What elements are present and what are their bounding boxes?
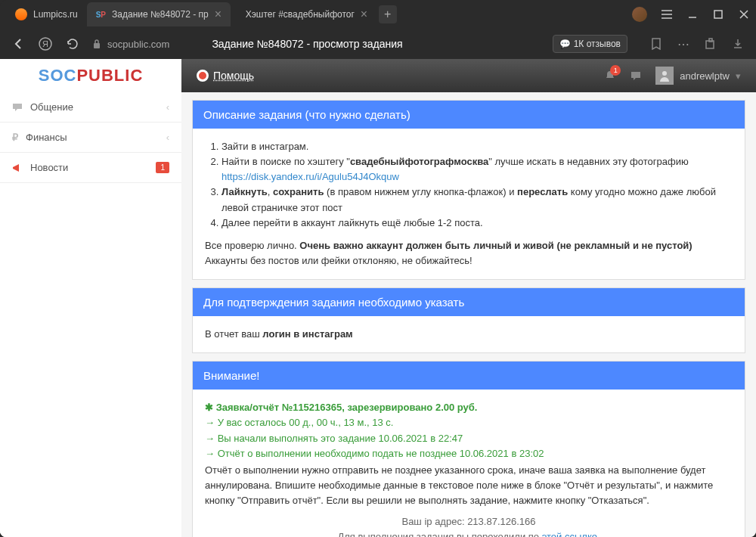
- page-title: Задание №848072 - просмотр задания: [212, 38, 402, 50]
- svg-rect-3: [94, 43, 100, 48]
- svg-rect-0: [714, 11, 722, 18]
- yandex-icon[interactable]: Я: [38, 36, 53, 51]
- panel-body: Зайти в инстаграм. Найти в поиске по хэш…: [193, 129, 745, 279]
- tab-lumpics[interactable]: Lumpics.ru: [6, 2, 87, 26]
- sidebar-item-finance[interactable]: ₽ Финансы ‹: [0, 123, 181, 153]
- svg-text:Я: Я: [42, 39, 48, 48]
- started-line: → Вы начали выполнять это задание 10.06.…: [205, 431, 733, 446]
- favicon-socpublic: SP: [96, 11, 106, 19]
- chat-icon[interactable]: [630, 70, 642, 82]
- sidebar-item-chat[interactable]: Общение ‹: [0, 92, 181, 123]
- window-controls: [632, 7, 750, 22]
- extensions-icon[interactable]: [703, 36, 718, 51]
- ip-block: Ваш ip адрес: 213.87.126.166 Для выполне…: [205, 514, 733, 537]
- tabs-bar: Lumpics.ru SP Задание №848072 - пр × Хэш…: [0, 0, 756, 29]
- tab-socpublic[interactable]: SP Задание №848072 - пр ×: [87, 2, 231, 26]
- panel-body: В отчет ваш логин в инстаграм: [193, 316, 745, 352]
- panel-header: Внимание!: [193, 362, 745, 390]
- username: andrewlptw: [680, 70, 730, 82]
- download-icon[interactable]: [730, 36, 745, 51]
- tab-instagram[interactable]: Хэштег #свадебныйфотог ×: [231, 2, 374, 26]
- chevron-down-icon: ▾: [736, 70, 741, 82]
- maximize-icon[interactable]: [712, 8, 724, 20]
- back-icon[interactable]: [11, 36, 26, 51]
- header-nav: Помощь 1 andrewlptw ▾: [181, 67, 756, 85]
- reviews-label: 1К отзывов: [574, 39, 621, 49]
- more-icon[interactable]: ⋯: [676, 36, 691, 51]
- comment-icon: [12, 102, 23, 113]
- task-link[interactable]: этой ссылке: [542, 531, 597, 537]
- chevron-left-icon: ‹: [166, 101, 169, 113]
- new-tab-button[interactable]: +: [379, 5, 397, 23]
- favicon-lumpics: [15, 8, 27, 20]
- ruble-icon: ₽: [12, 132, 18, 143]
- tab-label: Хэштег #свадебныйфотог: [246, 9, 355, 20]
- close-icon[interactable]: ×: [215, 8, 222, 21]
- chevron-left-icon: ‹: [166, 132, 169, 143]
- order-line: ✱ Заявка/отчёт №115216365, зарезервирова…: [205, 400, 733, 415]
- browser-chrome: Lumpics.ru SP Задание №848072 - пр × Хэш…: [0, 0, 756, 59]
- news-badge: 1: [156, 162, 169, 173]
- task-step: Найти в поиске по хэштегу "свадебныйфото…: [222, 154, 733, 185]
- url-text: socpublic.com: [107, 39, 169, 50]
- deadline-line: → Отчёт о выполнении необходимо подать н…: [205, 446, 733, 461]
- task-step: Далее перейти в аккаунт лайкнуть ещё люб…: [222, 216, 733, 231]
- svg-rect-5: [709, 39, 712, 42]
- minimize-icon[interactable]: [686, 8, 699, 20]
- life-ring-icon: [197, 70, 209, 82]
- panel-header: Для подтверждения задания необходимо ука…: [193, 288, 745, 316]
- attention-text: Отчёт о выполнении нужно отправить не по…: [205, 463, 733, 508]
- user-avatar-icon: [655, 67, 674, 85]
- help-link[interactable]: Помощь: [197, 70, 254, 82]
- svg-point-6: [662, 71, 667, 76]
- sidebar-item-label: Новости: [30, 162, 68, 173]
- reviews-button[interactable]: 💬 1К отзывов: [553, 35, 627, 53]
- task-step: Зайти в инстаграм.: [222, 139, 733, 154]
- yandex-disk-link[interactable]: https://disk.yandex.ru/i/Agulu54J4Okquw: [222, 171, 399, 182]
- help-label: Помощь: [213, 70, 254, 82]
- lock-icon: [92, 39, 101, 49]
- site-logo[interactable]: SOCPUBLIC: [0, 59, 181, 92]
- main-area: Общение ‹ ₽ Финансы ‹ Новости 1 Описание…: [0, 92, 756, 537]
- close-icon[interactable]: ×: [361, 8, 367, 21]
- content-column: Описание задания (что нужно сделать) Зай…: [181, 92, 756, 537]
- menu-icon[interactable]: [661, 8, 673, 20]
- bookmark-icon[interactable]: [649, 36, 664, 51]
- panel-body: ✱ Заявка/отчёт №115216365, зарезервирова…: [193, 390, 745, 537]
- time-left-line: → У вас осталось 00 д., 00 ч., 13 м., 13…: [205, 415, 733, 430]
- panel-confirm: Для подтверждения задания необходимо ука…: [192, 287, 745, 353]
- notifications-icon[interactable]: 1: [604, 70, 616, 82]
- page-content: SOCPUBLIC Помощь 1 andrewlptw: [0, 59, 756, 537]
- close-window-icon[interactable]: [738, 8, 750, 20]
- panel-attention: Внимание! ✱ Заявка/отчёт №115216365, зар…: [192, 361, 745, 537]
- tab-label: Задание №848072 - пр: [112, 9, 209, 20]
- reload-icon[interactable]: [65, 36, 80, 51]
- comment-icon: 💬: [559, 39, 571, 49]
- megaphone-icon: [12, 163, 23, 173]
- url-box[interactable]: socpublic.com: [92, 39, 169, 50]
- panel-description: Описание задания (что нужно сделать) Зай…: [192, 100, 745, 280]
- sidebar-item-label: Общение: [30, 101, 73, 113]
- site-header: SOCPUBLIC Помощь 1 andrewlptw: [0, 59, 756, 92]
- task-step: Лайкнуть, сохранить (в правом нижнем угл…: [222, 185, 733, 215]
- profile-avatar-icon[interactable]: [632, 7, 647, 22]
- task-note: Все проверю лично. Очень важно аккаунт д…: [205, 238, 733, 268]
- sidebar-item-news[interactable]: Новости 1: [0, 153, 181, 183]
- panel-header: Описание задания (что нужно сделать): [193, 101, 745, 129]
- tab-label: Lumpics.ru: [33, 9, 78, 20]
- user-menu[interactable]: andrewlptw ▾: [655, 67, 741, 85]
- address-bar: Я socpublic.com Задание №848072 - просмо…: [0, 29, 756, 59]
- sidebar-item-label: Финансы: [26, 132, 67, 143]
- sidebar: Общение ‹ ₽ Финансы ‹ Новости 1: [0, 92, 181, 537]
- notif-badge: 1: [610, 65, 621, 76]
